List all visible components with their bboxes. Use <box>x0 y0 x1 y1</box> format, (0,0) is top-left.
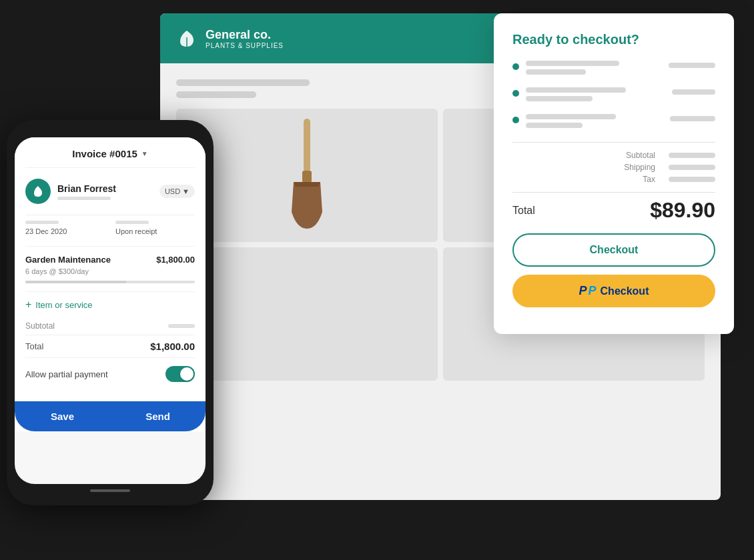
company-info: General co. PLANTS & SUPPLIES <box>206 28 284 49</box>
item-desc: 6 days @ $300/day <box>25 267 195 275</box>
client-info: Brian Forrest <box>25 179 116 204</box>
item-lines-2 <box>526 87 715 105</box>
total-invoice-row: Total $1,800.00 <box>25 335 195 357</box>
payment-terms: Upon receipt <box>115 227 195 235</box>
item-line-price-3 <box>670 116 715 121</box>
currency-chevron-icon: ▼ <box>182 187 190 195</box>
phone-screen: Invoice #0015 ▼ Brian Forrest <box>15 137 206 484</box>
item-row-2 <box>526 87 715 96</box>
paypal-logo: PP <box>579 284 597 298</box>
item-line-price-2 <box>672 89 715 95</box>
item-line-sub-1 <box>526 69 586 75</box>
payment-label-bar <box>115 221 149 224</box>
subtotal-invoice-label: Subtotal <box>25 321 55 331</box>
client-row: Brian Forrest USD ▼ <box>25 179 195 204</box>
item-line-price-1 <box>669 63 715 68</box>
subtotal-invoice-bar <box>168 324 195 328</box>
date-row: 23 Dec 2020 Upon receipt <box>25 215 195 235</box>
tax-value <box>669 177 715 182</box>
item-name: Garden Maintenance <box>25 255 111 265</box>
item-row: Garden Maintenance $1,800.00 6 days @ $3… <box>25 246 195 291</box>
save-button[interactable]: Save <box>15 401 110 431</box>
item-row-3 <box>526 114 715 123</box>
currency-badge[interactable]: USD ▼ <box>159 185 195 198</box>
phone-mockup: Invoice #0015 ▼ Brian Forrest <box>7 120 214 505</box>
item-progress-bar <box>25 281 195 283</box>
item-line-main-2 <box>526 87 626 93</box>
checkout-item-2 <box>512 87 715 105</box>
avatar-leaf-icon <box>31 185 45 198</box>
phone-footer: Save Send <box>15 401 206 431</box>
company-subtitle: PLANTS & SUPPLIES <box>206 42 284 49</box>
paypal-label: Checkout <box>601 285 649 297</box>
total-invoice-amount: $1,800.00 <box>150 341 195 352</box>
shovel-image <box>284 119 330 232</box>
total-invoice-label: Total <box>25 341 43 351</box>
invoice-date: 23 Dec 2020 <box>25 227 105 235</box>
currency-label: USD <box>165 187 180 195</box>
invoice-chevron-icon: ▼ <box>141 150 148 157</box>
checkout-title: Ready to checkout? <box>512 32 715 47</box>
content-line-1 <box>176 79 310 86</box>
item-price: $1,800.00 <box>156 255 195 265</box>
phone-notch <box>83 124 137 137</box>
item-dot-2 <box>512 90 519 97</box>
date-label-bar <box>25 221 59 224</box>
toggle-thumb <box>180 367 194 381</box>
item-progress-fill <box>25 281 127 283</box>
paypal-checkout-button[interactable]: PP Checkout <box>512 275 715 307</box>
add-item-row[interactable]: + Item or service <box>25 291 195 317</box>
total-amount: $89.90 <box>650 198 715 223</box>
phone-notch-area <box>15 128 206 137</box>
client-bar <box>57 197 111 200</box>
item-lines-1 <box>526 61 715 78</box>
checkout-button[interactable]: Checkout <box>512 233 715 267</box>
payment-terms-field: Upon receipt <box>115 221 195 235</box>
add-icon: + <box>25 299 31 311</box>
checkout-summary: Subtotal Shipping Tax <box>512 142 715 184</box>
total-row: Total $89.90 <box>512 192 715 233</box>
partial-payment-label: Allow partial payment <box>25 369 108 379</box>
tax-row: Tax <box>512 175 715 184</box>
subtotal-value <box>669 153 715 158</box>
paypal-p1: P <box>579 284 587 298</box>
home-indicator <box>90 489 130 492</box>
item-line-main-1 <box>526 61 619 66</box>
checkout-item-1 <box>512 61 715 78</box>
paypal-p2: P <box>589 284 597 298</box>
partial-payment-toggle[interactable] <box>165 366 195 382</box>
checkout-modal: Ready to checkout? <box>494 13 734 334</box>
tax-label: Tax <box>643 175 655 184</box>
total-label: Total <box>512 205 535 217</box>
shipping-label: Shipping <box>624 163 655 172</box>
add-item-label: Item or service <box>35 300 92 310</box>
item-lines-3 <box>526 114 715 131</box>
item-line-main-3 <box>526 114 616 119</box>
send-button[interactable]: Send <box>110 401 206 431</box>
shipping-row: Shipping <box>512 163 715 172</box>
logo-icon <box>176 28 198 49</box>
client-name: Brian Forrest <box>57 183 116 194</box>
item-row-1 <box>526 61 715 69</box>
product-cell-shovel <box>176 109 438 242</box>
client-avatar <box>25 179 51 204</box>
invoice-header: Invoice #0015 ▼ <box>25 148 195 168</box>
shipping-value <box>669 165 715 170</box>
phone-home-area <box>15 484 206 497</box>
client-details: Brian Forrest <box>57 183 116 200</box>
date-field: 23 Dec 2020 <box>25 221 105 235</box>
item-dot-3 <box>512 117 519 123</box>
subtotal-invoice-row: Subtotal <box>25 317 195 335</box>
item-dot-1 <box>512 63 519 70</box>
partial-payment-row: Allow partial payment <box>25 357 195 390</box>
item-top-row: Garden Maintenance $1,800.00 <box>25 255 195 265</box>
item-line-sub-3 <box>526 123 583 128</box>
invoice-title: Invoice #0015 <box>72 148 137 159</box>
subtotal-row: Subtotal <box>512 151 715 160</box>
product-cell-3 <box>176 247 438 381</box>
invoice-screen: Invoice #0015 ▼ Brian Forrest <box>15 137 206 401</box>
svg-rect-1 <box>302 171 312 183</box>
subtotal-label: Subtotal <box>626 151 655 160</box>
svg-rect-0 <box>304 119 310 172</box>
checkout-item-3 <box>512 114 715 131</box>
